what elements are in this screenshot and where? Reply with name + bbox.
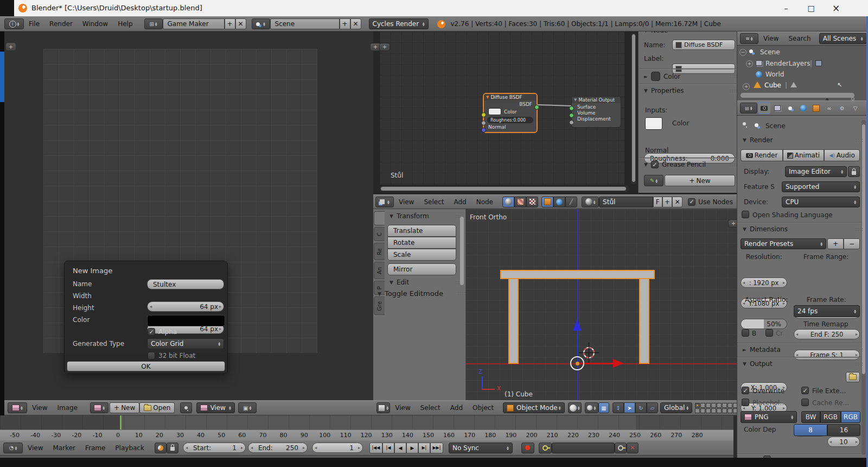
mode-select[interactable]: Object Mode▲▼ <box>503 402 564 413</box>
image-datablock-button[interactable]: ▲▼ <box>90 402 108 413</box>
toolbar-tab-tools[interactable] <box>374 211 385 225</box>
texture-tree-button[interactable] <box>514 197 526 207</box>
grease-pencil-panel-header[interactable]: ▼✓Grease Pencil:::: <box>644 161 706 168</box>
uv-menu-view[interactable]: View <box>27 404 52 412</box>
prev-keyframe-button[interactable]: |◀ <box>382 443 394 453</box>
display-select[interactable]: Image Editor▲▼ <box>785 166 847 177</box>
node-collapse-icon[interactable]: ▼ <box>574 98 577 102</box>
material-unlink-button[interactable]: ✕ <box>672 197 682 207</box>
grease-pencil-checkbox[interactable]: ✓ <box>651 161 659 168</box>
outliner-item-world[interactable]: World <box>765 71 784 78</box>
translate-button[interactable]: Translate <box>387 225 456 237</box>
render-button[interactable]: Render <box>741 149 783 161</box>
file-format-select[interactable]: PNG▲▼ <box>741 411 797 423</box>
editor-type-node-button[interactable]: ▲▼ <box>375 197 394 207</box>
vp-menu-add[interactable]: Add <box>445 404 468 412</box>
uv-view-mode-select[interactable]: View▲▼ <box>196 402 234 413</box>
diffuse-color-socket[interactable] <box>481 112 486 117</box>
tab-modifiers[interactable]: ⚙ <box>836 102 848 114</box>
channels-bw-button[interactable]: BW <box>801 411 820 423</box>
start-frame-field[interactable]: ◂Start:1▸ <box>183 443 246 453</box>
osl-checkbox[interactable] <box>742 211 749 218</box>
tab-constraints[interactable]: ∞ <box>823 102 835 114</box>
grease-pencil-new-button[interactable]: + New <box>665 175 735 186</box>
toolbar-scrollbar[interactable] <box>460 217 464 285</box>
selectability-cursor-icon[interactable]: ↖ <box>837 81 842 89</box>
editor-type-properties-button[interactable]: ▤▲▼ <box>740 103 757 113</box>
mirror-button[interactable]: Mirror <box>387 263 456 275</box>
next-keyframe-button[interactable]: ▶| <box>418 443 430 453</box>
screen-layout-add-button[interactable]: + <box>225 18 235 29</box>
editor-type-image-button[interactable]: ▲▼ <box>8 402 27 413</box>
close-button[interactable]: × <box>824 0 848 16</box>
depth-8-button[interactable]: 8 <box>794 424 827 436</box>
insert-keyframe-button[interactable] <box>615 443 627 453</box>
maximize-button[interactable]: □ <box>799 0 824 16</box>
depth-16-button[interactable]: 16 <box>827 424 860 436</box>
outliner-expand-scene[interactable]: − <box>739 49 746 56</box>
outliner-item-scene[interactable]: Scene <box>760 48 780 56</box>
screen-layout-delete-button[interactable]: ✕ <box>235 18 246 29</box>
manipulator-x-shaft[interactable] <box>579 363 613 364</box>
diffuse-normal-socket[interactable] <box>481 128 486 132</box>
output-displacement-socket[interactable] <box>569 120 574 125</box>
viewport-canvas[interactable]: Front Ortho Z X (1) Cube + <box>465 209 738 400</box>
snap-button[interactable]: ▦ <box>598 402 609 413</box>
outliner-expand-cube[interactable]: + <box>743 83 750 90</box>
color-panel-header[interactable]: ►Color:::: <box>644 72 680 81</box>
material-add-button[interactable]: + <box>662 197 673 207</box>
display-lock-button[interactable] <box>848 166 860 177</box>
lineset-shader-button[interactable]: ╱ <box>565 197 577 207</box>
color-panel-swatch[interactable] <box>651 72 660 81</box>
diffuse-color-swatch[interactable] <box>488 108 501 115</box>
menu-help[interactable]: Help <box>113 20 137 28</box>
minimize-button[interactable]: – <box>774 0 799 16</box>
outliner-item-cube[interactable]: Cube <box>764 81 781 89</box>
manipulator-x-arrow[interactable] <box>613 359 624 368</box>
diffuse-roughness-socket[interactable] <box>481 121 486 125</box>
jump-to-start-button[interactable]: |◀◀ <box>369 443 382 453</box>
scene-delete-button[interactable]: ✕ <box>350 18 361 29</box>
node-canvas[interactable]: Stůl ▼Diffuse BSDF BSDF Color Roughnes:0… <box>380 31 624 185</box>
material-datablock-button[interactable]: ▲▼ <box>582 197 599 207</box>
generated-type-select[interactable]: Color Grid▲▼ <box>147 338 224 349</box>
pin-button[interactable] <box>180 402 192 413</box>
manipulator-translate-button[interactable]: ➤ <box>624 402 635 413</box>
dimensions-panel-header[interactable]: ▼Dimensions:::: <box>743 225 788 233</box>
node-name-field[interactable]: Diffuse BSDF <box>672 40 735 50</box>
tab-data[interactable]: ▽ <box>849 102 861 114</box>
outliner-filter-select[interactable]: All Scenes▲▼ <box>819 33 867 44</box>
lock-range-button[interactable] <box>167 443 178 453</box>
toggle-editmode-header[interactable]: ▼Toggle Editmode:::: <box>378 289 443 298</box>
outliner-expand-renderlayers[interactable]: + <box>746 60 753 67</box>
editor-type-3d-button[interactable]: ▲▼ <box>376 402 390 413</box>
color-swatch[interactable] <box>147 315 225 326</box>
keying-set-icon-button[interactable] <box>539 443 552 453</box>
output-panel-header[interactable]: ▼Output:::: <box>743 360 773 368</box>
properties-panel-header[interactable]: ▼Properties:::: <box>644 87 684 94</box>
node-toolbar-expand-button[interactable]: + <box>379 43 390 51</box>
node-material-output[interactable]: ▼Material Output Surface Volume Displace… <box>571 96 621 128</box>
rotate-button[interactable]: Rotate <box>387 237 456 249</box>
play-button[interactable]: ▶ <box>406 443 418 453</box>
resolution-x-field[interactable]: ◂: 1920 px▸ <box>741 277 787 288</box>
transform-panel-header[interactable]: ▼Transform:::: <box>390 212 429 220</box>
manipulator-scale-button[interactable]: ▱ <box>647 402 658 413</box>
render-panel-header[interactable]: ▼Render:::: <box>743 136 773 144</box>
crop-checkbox[interactable] <box>765 329 773 337</box>
pivot-select[interactable]: ▲▼ <box>585 402 598 413</box>
resolution-percent-slider[interactable]: 50% <box>741 319 787 329</box>
uv-snap-button[interactable]: ▣▲▼ <box>238 402 257 413</box>
tab-render-layers[interactable] <box>771 102 783 114</box>
channels-rgb-button[interactable]: RGB <box>820 411 841 423</box>
timeline-ruler[interactable]: -50-40-30-20-100102030405060708090100110… <box>0 430 733 440</box>
table-right-leg[interactable] <box>639 278 649 364</box>
input-color-swatch[interactable] <box>645 117 662 130</box>
tab-render[interactable] <box>758 102 770 114</box>
file-extensions-checkbox[interactable]: ✓ <box>801 387 809 394</box>
uv-toolbar-expand-button[interactable]: + <box>5 42 16 51</box>
vp-menu-select[interactable]: Select <box>416 404 445 412</box>
image-open-button[interactable]: Open <box>139 402 175 413</box>
output-volume-socket[interactable] <box>569 113 574 118</box>
placeholders-checkbox[interactable] <box>742 399 749 406</box>
